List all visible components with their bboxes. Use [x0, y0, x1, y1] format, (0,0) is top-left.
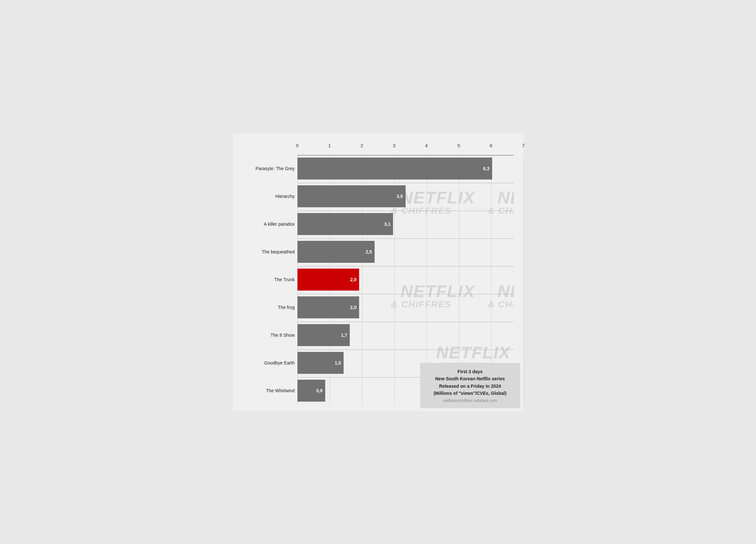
- x-tick-2: 2: [360, 143, 363, 148]
- bar-label-4: The Trunk: [239, 277, 295, 282]
- bar-row-3: The bequeathed2,5: [297, 239, 514, 265]
- x-tick-5: 5: [457, 143, 460, 148]
- bar-fill-0: 6,3: [297, 158, 492, 180]
- bar-value-3: 2,5: [366, 249, 374, 254]
- annotation-line4: (Millions of "views"/CVEs, Global): [434, 391, 507, 396]
- bar-label-1: Hierarchy: [239, 194, 295, 199]
- chart-container: 01234567 NETFLIX & CHIFFRES NETFLIX & CH…: [233, 133, 523, 411]
- bar-value-2: 3,1: [384, 221, 393, 227]
- bar-label-3: The bequeathed: [239, 249, 295, 254]
- bar-value-5: 2,0: [350, 305, 359, 310]
- x-tick-0: 0: [296, 143, 298, 148]
- bar-fill-5: 2,0: [297, 296, 359, 318]
- bar-fill-2: 3,1: [297, 213, 393, 235]
- bar-label-2: A killer paradox: [239, 221, 295, 227]
- bar-track-2: 3,1: [297, 213, 514, 235]
- bar-value-1: 3,5: [397, 194, 405, 199]
- bar-label-8: The Whirlwind: [239, 388, 295, 393]
- bar-row-6: The 8 Show1,7: [297, 322, 514, 348]
- bar-fill-7: 1,5: [297, 352, 344, 374]
- bar-value-7: 1,5: [335, 360, 344, 365]
- bar-row-0: Parasyte: The Grey6,3: [297, 156, 514, 181]
- bar-label-7: Goodbye Earth: [239, 360, 295, 365]
- bar-value-0: 6,3: [483, 166, 492, 171]
- x-tick-4: 4: [425, 143, 428, 148]
- bar-track-4: 2,0: [297, 269, 514, 291]
- bar-fill-1: 3,5: [297, 185, 406, 207]
- bar-row-4: The Trunk2,0: [297, 267, 514, 293]
- x-axis: 01234567: [297, 143, 523, 152]
- x-tick-6: 6: [490, 143, 492, 148]
- bar-track-5: 2,0: [297, 296, 514, 318]
- bar-fill-4: 2,0: [297, 269, 359, 291]
- bar-row-1: Hierarchy3,5: [297, 183, 514, 209]
- bar-row-5: The frog2,0: [297, 294, 514, 320]
- x-tick-1: 1: [328, 143, 331, 148]
- x-tick-3: 3: [393, 143, 395, 148]
- bar-row-2: A killer paradox3,1: [297, 211, 514, 237]
- annotation-line1: First 3 days: [458, 369, 483, 374]
- bar-value-4: 2,0: [350, 277, 359, 282]
- bar-fill-3: 2,5: [297, 241, 375, 263]
- bar-track-1: 3,5: [297, 185, 514, 207]
- annotation-line3: Released on a Friday in 2024: [439, 384, 501, 389]
- bar-fill-8: 0,9: [297, 380, 325, 402]
- bar-track-3: 2,5: [297, 241, 514, 263]
- bar-label-0: Parasyte: The Grey: [239, 166, 295, 171]
- bar-value-8: 0,9: [316, 388, 325, 393]
- x-tick-7: 7: [522, 143, 524, 148]
- annotation-box: First 3 days New South Korean Netflix se…: [420, 363, 520, 408]
- annotation-source: netflixandchiffres.substack.com: [427, 398, 514, 403]
- bar-track-6: 1,7: [297, 324, 514, 346]
- grid-line-7: [523, 156, 524, 405]
- bar-track-0: 6,3: [297, 158, 514, 180]
- bar-label-6: The 8 Show: [239, 333, 295, 338]
- annotation-main: First 3 days New South Korean Netflix se…: [427, 368, 514, 397]
- annotation-line2: New South Korean Netflix series: [435, 376, 505, 381]
- bar-fill-6: 1,7: [297, 324, 350, 346]
- bar-value-6: 1,7: [341, 333, 350, 338]
- bar-label-5: The frog: [239, 305, 295, 310]
